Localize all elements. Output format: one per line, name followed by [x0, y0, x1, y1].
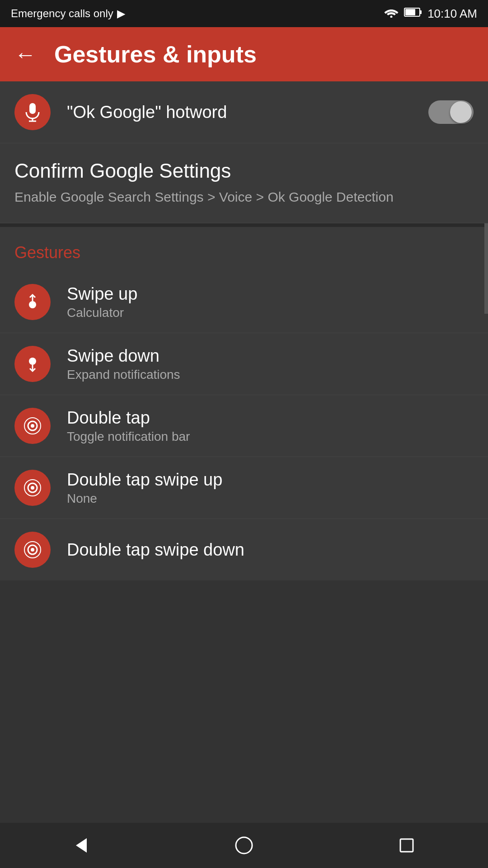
toggle-knob [450, 101, 472, 123]
nav-recents-button[interactable] [389, 827, 425, 863]
bottom-navigation [0, 823, 488, 868]
hotword-title: "Ok Google" hotword [67, 103, 428, 122]
play-icon: ▶ [117, 7, 125, 20]
status-bar-right: 10:10 AM [384, 7, 477, 21]
double-tap-swipe-up-title: Double tap swipe up [67, 470, 474, 490]
double-tap-swipe-up-subtitle: None [67, 491, 474, 506]
wifi-icon [384, 7, 399, 21]
gestures-section-title: Gestures [14, 243, 474, 262]
emergency-text: Emergency calls only [11, 7, 113, 20]
double-tap-swipe-down-item[interactable]: Double tap swipe down [0, 519, 488, 580]
confirm-google-title: Confirm Google Settings [14, 160, 474, 182]
svg-point-19 [236, 837, 252, 854]
back-arrow-icon: ← [14, 42, 36, 66]
back-button[interactable]: ← [14, 42, 36, 67]
svg-rect-20 [400, 839, 413, 852]
swipe-down-text: Swipe down Expand notifications [67, 346, 474, 382]
svg-rect-2 [420, 10, 422, 14]
double-tap-icon-circle [14, 408, 51, 444]
svg-point-17 [31, 548, 34, 552]
double-tap-swipe-up-icon-circle [14, 470, 51, 506]
battery-icon [404, 7, 422, 21]
status-bar: Emergency calls only ▶ 10:10 AM [0, 0, 488, 27]
swipe-up-text: Swipe up Calculator [67, 284, 474, 320]
double-tap-subtitle: Toggle notification bar [67, 429, 474, 444]
section-divider [0, 223, 488, 227]
nav-home-button[interactable] [226, 827, 262, 863]
swipe-down-icon-circle [14, 346, 51, 382]
double-tap-swipe-up-item[interactable]: Double tap swipe up None [0, 457, 488, 519]
ok-google-hotword-item[interactable]: "Ok Google" hotword [0, 81, 488, 143]
double-tap-swipe-down-text: Double tap swipe down [67, 540, 474, 560]
swipe-up-title: Swipe up [67, 284, 474, 304]
time-text: 10:10 AM [427, 7, 477, 21]
svg-rect-4 [29, 103, 36, 114]
double-tap-item[interactable]: Double tap Toggle notification bar [0, 395, 488, 457]
svg-marker-18 [76, 838, 87, 853]
microphone-icon-circle [14, 94, 51, 130]
swipe-down-item[interactable]: Swipe down Expand notifications [0, 333, 488, 395]
swipe-up-subtitle: Calculator [67, 306, 474, 320]
svg-point-7 [29, 301, 36, 308]
confirm-google-subtitle: Enable Google Search Settings > Voice > … [14, 188, 474, 207]
double-tap-swipe-down-title: Double tap swipe down [67, 540, 474, 560]
swipe-down-title: Swipe down [67, 346, 474, 366]
scrollbar[interactable] [484, 223, 488, 314]
gestures-section-header: Gestures [0, 227, 488, 271]
double-tap-text: Double tap Toggle notification bar [67, 408, 474, 444]
hotword-text: "Ok Google" hotword [67, 103, 428, 122]
svg-point-11 [31, 424, 34, 428]
confirm-google-settings-item[interactable]: Confirm Google Settings Enable Google Se… [0, 143, 488, 223]
swipe-up-item[interactable]: Swipe up Calculator [0, 271, 488, 333]
double-tap-title: Double tap [67, 408, 474, 428]
swipe-down-subtitle: Expand notifications [67, 368, 474, 382]
svg-rect-3 [405, 9, 415, 15]
page-title: Gestures & inputs [54, 41, 257, 68]
status-bar-left: Emergency calls only ▶ [11, 7, 125, 20]
double-tap-swipe-down-icon-circle [14, 532, 51, 568]
svg-point-14 [31, 486, 34, 490]
swipe-up-icon-circle [14, 284, 51, 320]
svg-point-0 [390, 15, 393, 18]
ok-google-toggle[interactable] [428, 100, 474, 124]
nav-back-button[interactable] [63, 827, 99, 863]
header: ← Gestures & inputs [0, 27, 488, 81]
double-tap-swipe-up-text: Double tap swipe up None [67, 470, 474, 506]
svg-point-8 [29, 358, 36, 365]
